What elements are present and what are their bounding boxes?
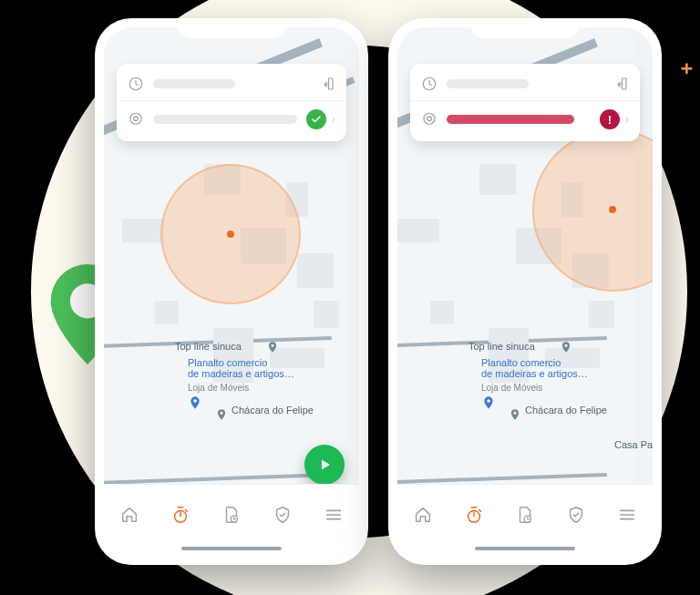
phone-notch bbox=[177, 18, 286, 38]
user-location-dot bbox=[227, 231, 234, 238]
nav-menu[interactable] bbox=[602, 485, 653, 545]
poi-sublabel: Loja de Móveis bbox=[188, 383, 249, 394]
phone-ok-state: Top line sinuca Planalto comerciode made… bbox=[95, 18, 368, 565]
menu-icon bbox=[324, 505, 344, 525]
home-icon bbox=[413, 505, 433, 525]
menu-icon bbox=[617, 505, 637, 525]
card-row-location[interactable]: ! › bbox=[410, 100, 640, 138]
document-clock-icon bbox=[221, 505, 242, 525]
document-clock-icon bbox=[515, 505, 535, 525]
geofence-circle bbox=[532, 129, 653, 292]
nav-doc[interactable] bbox=[499, 485, 551, 545]
poi-label: Top line sinuca bbox=[468, 341, 535, 352]
start-button[interactable] bbox=[304, 445, 345, 485]
placeholder-bar bbox=[153, 115, 297, 124]
map-pin-icon bbox=[215, 406, 228, 423]
chevron-right-icon: › bbox=[625, 113, 629, 126]
poi-label: Planalto comerciode madeiras e artigos… bbox=[188, 357, 294, 379]
alert-icon: ! bbox=[608, 113, 612, 127]
shield-check-icon bbox=[566, 505, 586, 525]
poi-label: Chácara do Felipe bbox=[232, 405, 314, 415]
phone-notch bbox=[470, 18, 580, 38]
home-icon bbox=[119, 505, 139, 525]
card-row-time[interactable] bbox=[117, 67, 346, 100]
shield-check-icon bbox=[273, 505, 293, 525]
poi-label: Chácara do Felipe bbox=[525, 405, 607, 415]
nav-doc[interactable] bbox=[206, 485, 257, 545]
placeholder-bar-error bbox=[447, 115, 574, 124]
play-icon bbox=[316, 457, 333, 473]
nav-shield[interactable] bbox=[551, 485, 602, 545]
stopwatch-icon bbox=[464, 505, 484, 525]
status-ok-badge bbox=[306, 109, 326, 129]
clock-icon bbox=[421, 76, 438, 92]
user-location-dot bbox=[609, 206, 616, 213]
card-row-location[interactable]: › bbox=[117, 100, 346, 138]
nav-home[interactable] bbox=[397, 485, 448, 545]
clock-icon bbox=[128, 76, 144, 92]
stopwatch-icon bbox=[170, 505, 190, 525]
bottom-nav bbox=[104, 485, 359, 556]
status-card: › bbox=[117, 64, 346, 141]
pin-icon bbox=[128, 111, 144, 128]
bottom-nav bbox=[397, 485, 653, 556]
home-indicator bbox=[181, 547, 282, 550]
placeholder-bar bbox=[447, 79, 529, 88]
phone-error-state: Top line sinuca Planalto comerciode made… bbox=[388, 18, 662, 565]
home-indicator bbox=[475, 547, 575, 550]
poi-label: Top line sinuca bbox=[175, 341, 242, 352]
card-row-time[interactable] bbox=[410, 67, 640, 100]
poi-sublabel: Loja de Móveis bbox=[481, 383, 542, 394]
enter-icon[interactable] bbox=[319, 76, 335, 92]
status-card: ! › bbox=[410, 64, 640, 141]
map-pin-icon bbox=[509, 406, 521, 423]
nav-home[interactable] bbox=[104, 485, 155, 545]
plus-decal: + bbox=[681, 58, 693, 78]
pin-icon bbox=[421, 111, 438, 128]
placeholder-bar bbox=[153, 79, 235, 88]
map-pin-icon bbox=[560, 339, 572, 355]
status-error-badge: ! bbox=[600, 109, 620, 129]
map-pin-icon bbox=[188, 394, 202, 414]
map-pin-icon bbox=[266, 339, 279, 355]
nav-shield[interactable] bbox=[257, 485, 308, 545]
nav-timer[interactable] bbox=[448, 485, 499, 545]
poi-label: Planalto comerciode madeiras e artigos… bbox=[481, 357, 588, 379]
enter-icon[interactable] bbox=[612, 76, 629, 92]
chevron-right-icon: › bbox=[332, 113, 335, 126]
nav-timer[interactable] bbox=[155, 485, 206, 545]
nav-menu[interactable] bbox=[308, 485, 359, 545]
poi-label: Casa Pa bbox=[614, 439, 653, 450]
map-pin-icon bbox=[481, 394, 496, 414]
